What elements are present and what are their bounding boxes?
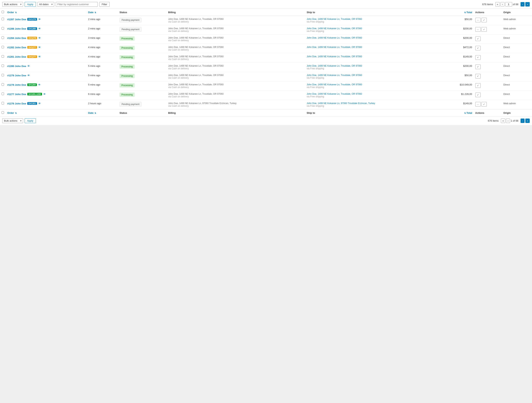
row-checkbox[interactable] — [1, 74, 4, 76]
chevron-button[interactable]: ✓ — [475, 64, 481, 69]
order-link[interactable]: #1279 John Doe — [7, 74, 26, 77]
date-value: 2 mins ago — [88, 18, 101, 21]
order-link[interactable]: #1278 John Doe — [7, 83, 26, 86]
eye-icon[interactable]: 👁 — [38, 46, 41, 49]
bulk-actions-select[interactable]: Bulk actions — [2, 2, 23, 7]
ellipsis-button[interactable]: ··· — [475, 27, 481, 32]
footer-order-sort-icon: ⇅ — [15, 112, 17, 114]
bottom-apply-button[interactable]: Apply — [25, 118, 36, 123]
billing-via: via Cash on delivery — [168, 95, 304, 98]
eye-icon[interactable]: 👁 — [38, 27, 41, 30]
bottom-prev-page-button[interactable]: ‹ — [506, 119, 510, 123]
bottom-first-page-button[interactable]: « — [501, 119, 505, 123]
ship-to-cell: John Doe, 1499 NE Kokanee Ln, Troutdale,… — [305, 91, 444, 100]
ship-to-link[interactable]: John Doe, 1499 NE Kokanee Ln, Troutdale,… — [307, 55, 362, 58]
row-checkbox[interactable] — [1, 64, 4, 67]
ship-to-link[interactable]: John Doe, 1499 NE Kokanee Ln, Troutdale,… — [307, 18, 362, 20]
bottom-bulk-actions-wrapper: Bulk actions — [2, 118, 23, 123]
row-checkbox[interactable] — [1, 93, 4, 95]
prev-page-button[interactable]: ‹ — [500, 2, 504, 6]
row-checkbox[interactable] — [1, 46, 4, 48]
chevron-button[interactable]: ✓ — [475, 83, 481, 88]
footer-order[interactable]: Order ⇅ — [6, 109, 87, 116]
ellipsis-button[interactable]: ··· — [475, 18, 481, 22]
row-checkbox[interactable] — [1, 55, 4, 58]
header-order[interactable]: Order ⇅ — [6, 9, 87, 16]
first-page-button[interactable]: « — [495, 2, 500, 6]
eye-icon[interactable]: 👁 — [27, 74, 30, 77]
eye-icon[interactable]: 👁 — [38, 102, 41, 105]
bottom-next-page-button[interactable]: › — [520, 119, 524, 123]
row-checkbox[interactable] — [1, 37, 4, 39]
bottom-last-page-button[interactable]: » — [525, 119, 530, 123]
eye-icon[interactable]: 👁 — [38, 18, 41, 21]
table-row: #1284 John DoeO#1278👁3 mins agoProcessin… — [0, 35, 532, 44]
header-total[interactable]: ⇅ Total — [443, 9, 474, 16]
chevron-button[interactable]: ✓ — [481, 102, 487, 107]
last-page-button[interactable]: » — [525, 2, 530, 6]
bulk-actions-select-wrapper: Bulk actions — [2, 2, 23, 7]
eye-icon[interactable]: 👁 — [38, 55, 41, 58]
table-row: #1280 John Doe👁5 mins agoProcessingJohn … — [0, 63, 532, 72]
order-link[interactable]: #1276 John Doe — [7, 102, 26, 105]
eye-icon[interactable]: 👁 — [38, 37, 41, 39]
footer-origin: Origin — [502, 109, 532, 116]
header-status: Status — [118, 9, 167, 16]
order-badge: D#1280 — [27, 27, 37, 30]
all-dates-select[interactable]: All dates — [38, 2, 54, 7]
chevron-button[interactable]: ✓ — [475, 55, 481, 60]
ship-to-link[interactable]: John Doe, 1499 NE Kokanee Ln, Troutdale,… — [307, 74, 362, 76]
row-checkbox[interactable] — [1, 83, 4, 86]
date-cell: 4 mins ago — [87, 44, 118, 53]
billing-via: via Cash on delivery — [168, 49, 304, 51]
ship-to-link[interactable]: John Doe, 1499 NE Kokanee Ln, Troutdale,… — [307, 37, 362, 39]
bottom-bulk-actions-select[interactable]: Bulk actions — [2, 118, 23, 123]
top-bar: Bulk actions Apply All dates Filter 676 … — [0, 0, 532, 9]
ship-to-link[interactable]: John Doe, 1499 NE Kokanee Ln, Troutdale,… — [307, 46, 362, 49]
order-badge: O#1277 — [27, 46, 37, 49]
eye-icon[interactable]: 👁 — [27, 64, 30, 68]
footer-date-sort-icon: ⇅ — [95, 112, 96, 114]
row-checkbox-cell — [0, 63, 6, 72]
footer-total[interactable]: ⇅ Total — [443, 109, 474, 116]
chevron-button[interactable]: ✓ — [481, 27, 487, 32]
ellipsis-button[interactable]: ··· — [475, 102, 481, 107]
select-all-checkbox[interactable] — [1, 11, 4, 13]
order-cell: #1277 John DoeS#1281,1282👁 — [6, 91, 87, 100]
order-link[interactable]: #1277 John Doe — [7, 93, 26, 96]
eye-icon[interactable]: 👁 — [38, 83, 41, 86]
filter-customer-input[interactable] — [56, 2, 98, 7]
chevron-button[interactable]: ✓ — [481, 18, 487, 22]
eye-icon[interactable]: 👁 — [43, 93, 46, 96]
filter-button[interactable]: Filter — [99, 2, 110, 7]
chevron-button[interactable]: ✓ — [475, 93, 481, 97]
ship-to-link[interactable]: John Doe, 1499 NE Kokanee Ln, 97060 Trou… — [307, 102, 375, 105]
status-cell: Processing — [118, 35, 167, 44]
order-link[interactable]: #1286 John Doe — [7, 27, 26, 30]
origin-value: Direct — [503, 37, 510, 39]
ship-to-link[interactable]: John Doe, 1499 NE Kokanee Ln, Troutdale,… — [307, 64, 362, 67]
chevron-button[interactable]: ✓ — [475, 46, 481, 50]
order-badge: D#1261 — [27, 102, 37, 105]
ship-to-link[interactable]: John Doe, 1499 NE Kokanee Ln, Troutdale,… — [307, 93, 362, 95]
chevron-button[interactable]: ✓ — [475, 37, 481, 41]
order-link[interactable]: #1281 John Doe — [7, 55, 26, 58]
order-link[interactable]: #1280 John Doe — [7, 65, 26, 68]
ship-to-link[interactable]: John Doe, 1499 NE Kokanee Ln, Troutdale,… — [307, 83, 362, 86]
date-value: 3 mins ago — [88, 37, 101, 39]
ship-to-link[interactable]: John Doe, 1499 NE Kokanee Ln, Troutdale,… — [307, 27, 362, 30]
order-link[interactable]: #1282 John Doe — [7, 46, 26, 49]
row-checkbox[interactable] — [1, 18, 4, 20]
row-checkbox[interactable] — [1, 102, 4, 104]
top-apply-button[interactable]: Apply — [25, 2, 36, 7]
order-link[interactable]: #1284 John Doe — [7, 37, 26, 39]
row-checkbox[interactable] — [1, 27, 4, 30]
select-all-footer-checkbox[interactable] — [1, 111, 4, 114]
current-page-input[interactable] — [505, 2, 512, 6]
next-page-button[interactable]: › — [520, 2, 524, 6]
ship-to-cell: John Doe, 1499 NE Kokanee Ln, Troutdale,… — [305, 25, 444, 35]
order-link[interactable]: #1287 John Doe — [7, 18, 26, 21]
header-date[interactable]: Date ⇅ — [87, 9, 118, 16]
chevron-button[interactable]: ✓ — [475, 74, 481, 78]
footer-date[interactable]: Date ⇅ — [87, 109, 118, 116]
